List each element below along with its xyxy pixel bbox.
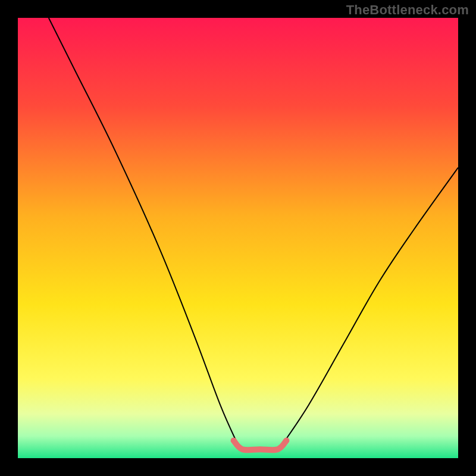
plot-background [18,18,458,458]
watermark-text: TheBottleneck.com [346,2,469,18]
bottleneck-chart [0,0,476,476]
chart-container: TheBottleneck.com [0,0,476,476]
